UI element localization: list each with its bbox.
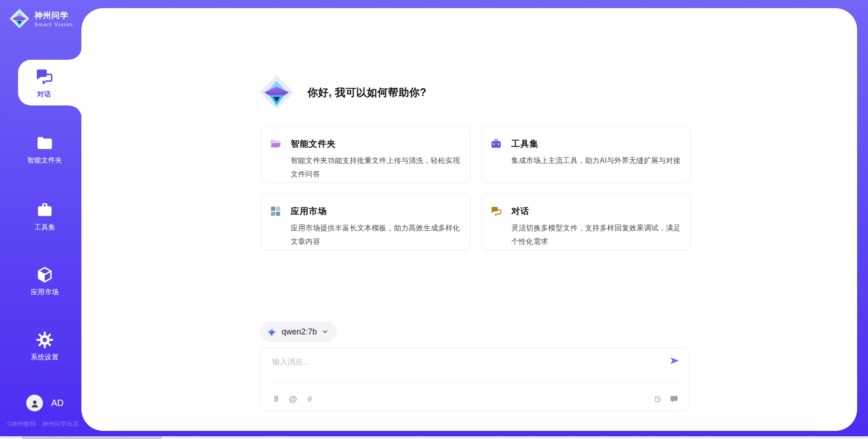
send-icon (669, 355, 680, 366)
folder-open-icon (269, 138, 282, 150)
sidebar-item-app-market[interactable]: 应用市场 (0, 266, 81, 296)
avatar (26, 395, 43, 411)
model-selector[interactable]: qwen2:7b (260, 321, 337, 342)
card-title: 对话 (511, 205, 529, 217)
card-app-market[interactable]: 应用市场 应用市场提供丰富长文本模板，助力高效生成多样化文章内容 (261, 193, 470, 250)
model-logo-icon (266, 326, 277, 338)
composer-divider (270, 383, 679, 383)
footer-credit: ©神州数码 · 神州问学出品 (7, 420, 79, 428)
hash-icon: # (307, 395, 312, 404)
toolbox-icon (36, 201, 54, 219)
send-button[interactable] (667, 354, 682, 368)
app-root: 神州问学 Smart Vision 对话 智能文件夹 工具集 应用市场 (0, 0, 868, 439)
toolbox-icon (490, 138, 502, 150)
composer: @ # (260, 348, 689, 411)
sidebar-item-smart-folder[interactable]: 智能文件夹 (0, 134, 81, 165)
paperclip-icon (272, 395, 281, 404)
brand-name: 神州问学 (34, 10, 73, 21)
mention-button[interactable]: @ (288, 394, 298, 404)
model-name: qwen2:7b (282, 327, 317, 337)
sidebar-item-label: 工具集 (34, 223, 56, 232)
card-description: 应用市场提供丰富长文本模板，助力高效生成多样化文章内容 (291, 221, 461, 248)
card-description: 集成市场上主流工具，助力AI与外界无缝扩展与对接 (511, 154, 681, 167)
card-title: 工具集 (511, 138, 538, 150)
history-icon (653, 395, 662, 404)
quick-reply-icon (670, 395, 679, 404)
sidebar-item-toolset[interactable]: 工具集 (0, 201, 81, 232)
attach-button[interactable] (271, 394, 281, 404)
user-name: AD (51, 398, 64, 408)
sidebar-item-settings[interactable]: 系统设置 (0, 331, 81, 362)
sidebar-item-label: 系统设置 (31, 353, 59, 362)
card-title: 应用市场 (291, 205, 327, 217)
card-description: 智能文件夹功能支持批量文件上传与清洗，轻松实现文件问答 (291, 154, 461, 181)
horizontal-scrollbar[interactable] (0, 436, 868, 439)
quick-reply-button[interactable] (669, 394, 679, 404)
brand-subtitle: Smart Vision (34, 22, 73, 27)
diamond-logo-icon (9, 7, 30, 30)
gear-icon (36, 331, 54, 349)
chat-bubbles-icon (490, 205, 502, 217)
sidebar-item-label: 智能文件夹 (27, 156, 62, 165)
brand: 神州问学 Smart Vision (9, 7, 73, 30)
card-chat[interactable]: 对话 灵活切换多模型文件，支持多样回复效果调试，满足个性化需求 (481, 193, 691, 250)
feature-cards: 智能文件夹 智能文件夹功能支持批量文件上传与清洗，轻松实现文件问答 工具集 集成… (261, 126, 691, 250)
grid-icon (269, 205, 282, 217)
scrollbar-thumb[interactable] (22, 436, 162, 439)
card-description: 灵活切换多模型文件，支持多样回复效果调试，满足个性化需求 (511, 221, 681, 248)
user-profile[interactable]: AD (26, 395, 64, 411)
greeting-title: 你好, 我可以如何帮助你? (307, 86, 426, 100)
at-icon: @ (288, 395, 297, 404)
card-toolset[interactable]: 工具集 集成市场上主流工具，助力AI与外界无缝扩展与对接 (481, 126, 691, 183)
app-logo-icon (259, 72, 295, 113)
sidebar: 神州问学 Smart Vision 对话 智能文件夹 工具集 应用市场 (0, 0, 81, 439)
folder-icon (36, 134, 54, 152)
tab-fillet-bottom (69, 105, 82, 118)
sidebar-item-chat[interactable]: 对话 (18, 60, 82, 105)
card-title: 智能文件夹 (291, 138, 336, 150)
user-icon (30, 399, 40, 409)
sidebar-item-label: 对话 (37, 90, 51, 99)
tab-fillet-top (69, 47, 82, 60)
topic-button[interactable]: # (305, 394, 315, 404)
greeting-section: 你好, 我可以如何帮助你? (259, 72, 426, 113)
sidebar-item-label: 应用市场 (31, 288, 59, 296)
chat-bubbles-icon (34, 67, 54, 86)
chevron-down-icon (321, 328, 329, 335)
message-input[interactable] (272, 355, 652, 369)
cube-icon (36, 266, 54, 284)
history-button[interactable] (653, 394, 663, 404)
card-smart-folder[interactable]: 智能文件夹 智能文件夹功能支持批量文件上传与清洗，轻松实现文件问答 (261, 126, 470, 183)
